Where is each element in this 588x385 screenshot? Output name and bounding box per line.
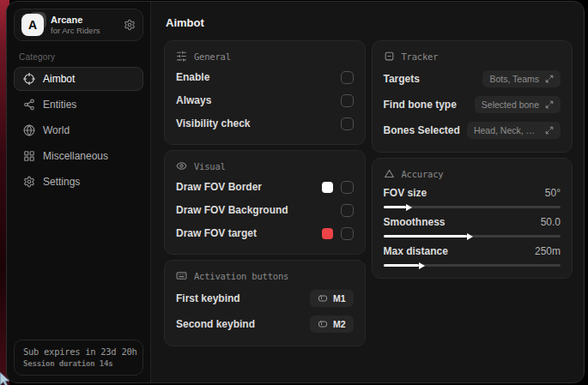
slider-row-smoothness: Smoothness 50.0 [384,216,561,238]
slider-value: 250m [535,245,561,257]
activation-card-header: Activation buttons [176,270,354,281]
scan-square-icon [384,51,395,62]
brand-name: Arcane [51,15,100,25]
setting-row-second-keybind: Second keybind M2 [176,313,354,334]
setting-label: Draw FOV target [176,227,257,239]
globe-icon [23,124,35,136]
sidebar-item-settings[interactable]: Settings [14,170,143,194]
setting-label: Draw FOV Background [176,204,288,216]
setting-label: Second keybind [176,318,255,330]
slider-value: 50.0 [541,216,561,228]
visual-card: Visual Draw FOV Border Draw FOV Backgrou… [164,150,366,255]
gear-icon[interactable] [124,19,136,31]
activation-card: Activation buttons First keybind M1 Seco… [164,260,366,346]
setting-row-find-bone-type: Find bone type Selected bone [384,93,561,115]
brand-logo: A [21,14,44,36]
sidebar-item-label: Entities [43,99,76,111]
enable-checkbox[interactable] [341,71,354,84]
setting-row-fov-background: Draw FOV Background [176,201,354,220]
targets-dropdown[interactable]: Bots, Teams [482,70,561,87]
fov-background-checkbox[interactable] [341,204,354,217]
setting-row-enable: Enable [176,68,354,87]
always-checkbox[interactable] [341,94,354,107]
app-window: A Arcane for Arc Riders Category Aimbot [6,1,585,383]
find-bone-type-dropdown[interactable]: Selected bone [475,96,561,113]
sidebar-item-miscellaneous[interactable]: Miscellaneous [14,144,143,168]
mouse-icon [318,319,328,329]
fov-size-slider[interactable] [384,206,561,208]
setting-row-bones-selected: Bones Selected Head, Neck, Body, Pe.. [384,119,561,141]
keybind-value: M1 [333,293,346,304]
keybind-value: M2 [333,319,346,329]
sliders-icon [176,51,187,62]
expand-icon [545,126,554,135]
slider-thumb[interactable] [419,262,425,269]
color-swatch-red[interactable] [322,228,333,239]
sidebar-item-world[interactable]: World [14,118,143,142]
sidebar-item-entities[interactable]: Entities [14,93,143,117]
visibility-check-checkbox[interactable] [341,117,354,130]
sidebar-item-label: World [43,124,70,136]
category-label: Category [19,52,138,62]
setting-label: Enable [176,71,209,83]
logo-letter: A [21,14,44,36]
setting-row-visibility-check: Visibility check [176,114,354,133]
mouse-cursor [0,372,13,385]
expand-icon [545,100,554,109]
visual-card-header: Visual [176,160,354,171]
slider-fill [384,264,419,267]
setting-row-always: Always [176,91,354,110]
setting-label: Find bone type [384,99,457,111]
slider-row-max-distance: Max distance 250m [384,245,561,267]
brand-card: A Arcane for Arc Riders [14,9,143,41]
slider-fill [384,235,467,238]
max-distance-slider[interactable] [384,264,561,267]
setting-label: Smoothness [384,216,446,228]
dropdown-value: Head, Neck, Body, Pe.. [474,125,539,135]
tracker-card-header: Tracker [384,51,561,62]
bones-selected-dropdown[interactable]: Head, Neck, Body, Pe.. [467,122,561,139]
smoothness-slider[interactable] [384,235,561,238]
general-card: General Enable Always Visibility check [164,40,366,145]
setting-label: Max distance [384,245,448,257]
slider-row-fov-size: FOV size 50° [384,187,561,208]
mouse-icon [318,293,328,304]
card-title: Visual [194,161,226,171]
setting-label: First keybind [176,292,240,304]
fov-target-checkbox[interactable] [341,227,354,240]
gear-icon [23,176,35,188]
triangle-icon [384,168,395,179]
dropdown-value: Selected bone [482,99,539,110]
setting-row-fov-target: Draw FOV target [176,224,354,243]
sidebar-item-label: Miscellaneous [43,150,108,162]
setting-label: Bones Selected [384,124,460,136]
accuracy-card: Accuracy FOV size 50° [372,158,573,279]
left-column: General Enable Always Visibility check [164,40,366,346]
card-title: General [194,51,231,62]
second-keybind-button[interactable]: M2 [310,316,354,333]
brand-text: Arcane for Arc Riders [51,15,100,35]
subscription-status-box: Sub expires in 23d 20h Session duration … [14,340,143,376]
slider-value: 50° [545,187,561,199]
setting-label: Visibility check [176,117,251,129]
main-panel: Aimbot General Enable Alw [151,2,584,382]
slider-thumb[interactable] [406,204,412,211]
eye-icon [176,160,187,171]
setting-label: Always [176,94,211,106]
brand-subtitle: for Arc Riders [51,26,100,35]
tracker-card: Tracker Targets Bots, Teams Find bone ty… [372,40,573,153]
setting-row-targets: Targets Bots, Teams [384,68,561,89]
page-title: Aimbot [166,16,573,29]
setting-label: FOV size [384,187,427,199]
sidebar-item-aimbot[interactable]: Aimbot [14,67,143,91]
slider-thumb[interactable] [467,233,473,240]
first-keybind-button[interactable]: M1 [310,290,354,307]
setting-label: Draw FOV Border [176,181,262,193]
expand-icon [545,75,554,83]
color-swatch-white[interactable] [322,182,333,193]
fov-border-checkbox[interactable] [341,181,354,194]
slider-fill [384,206,407,208]
grid-icon [23,150,35,162]
sidebar-nav: Aimbot Entities World Miscellaneous [14,67,143,194]
setting-row-first-keybind: First keybind M1 [176,287,354,309]
